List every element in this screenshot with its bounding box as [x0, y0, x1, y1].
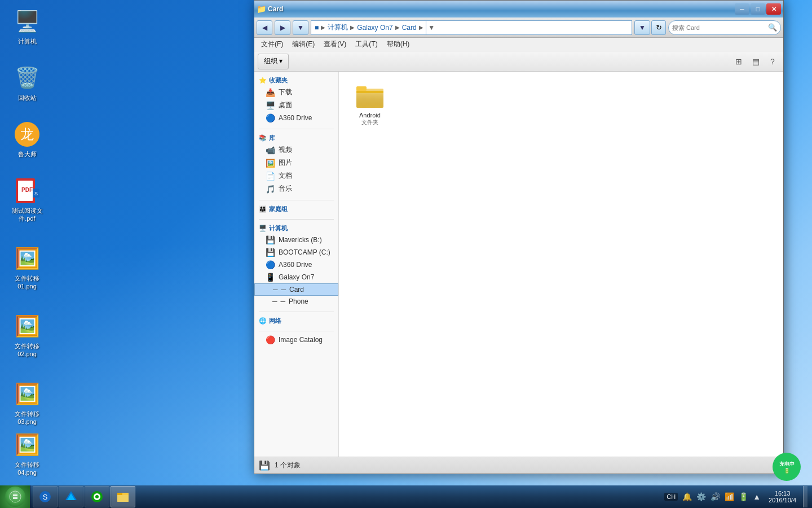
- imagecatalog-label: Image Catalog: [279, 336, 323, 344]
- system-tray-icon-3[interactable]: 🔊: [709, 492, 721, 501]
- sidebar-favorites-header[interactable]: ⭐ 收藏夹: [254, 74, 338, 86]
- computer-label: 计算机: [18, 37, 37, 45]
- system-clock[interactable]: 16:13 2016/10/4: [764, 490, 801, 503]
- show-desktop-button[interactable]: [803, 486, 807, 507]
- taskbar-app-explorer[interactable]: [111, 486, 135, 507]
- refresh-button[interactable]: ↻: [651, 20, 666, 35]
- close-button[interactable]: ✕: [766, 3, 781, 15]
- desktop: 🖥️ 计算机 🗑️ 回收站 龙 鲁大师 PDF S 测试阅读文件.pdf �: [0, 0, 812, 508]
- a360-icon: 🔵: [266, 113, 275, 122]
- sidebar-item-a360[interactable]: 🔵 A360 Drive: [254, 112, 338, 124]
- menu-tools[interactable]: 工具(T): [352, 38, 381, 50]
- search-input[interactable]: [672, 24, 766, 31]
- desktop-icon-computer[interactable]: 🖥️ 计算机: [5, 6, 50, 47]
- path-end-dropdown[interactable]: ▼: [426, 20, 437, 35]
- taskbar: S: [0, 485, 812, 508]
- help-button[interactable]: ?: [765, 54, 780, 69]
- desktop-icon-pdf[interactable]: PDF S 测试阅读文件.pdf: [5, 175, 50, 225]
- sidebar-item-docs[interactable]: 📄 文档: [254, 169, 338, 182]
- sidebar-item-video[interactable]: 📹 视频: [254, 143, 338, 156]
- path-computer[interactable]: 计算机: [328, 23, 348, 32]
- window-controls: ─ □ ✕: [735, 3, 781, 15]
- svg-rect-21: [117, 495, 129, 502]
- maximize-button[interactable]: □: [751, 3, 765, 15]
- svg-rect-20: [117, 493, 122, 495]
- desktop-icon-recycle[interactable]: 🗑️ 回收站: [5, 62, 50, 104]
- sidebar-homegroup-header[interactable]: 👨‍👩‍👧 家庭组: [254, 203, 338, 214]
- address-dropdown[interactable]: ▼: [634, 20, 650, 35]
- sidebar-item-download[interactable]: 📥 下载: [254, 86, 338, 99]
- menu-file[interactable]: 文件(F): [258, 38, 286, 50]
- menu-help[interactable]: 帮助(H): [383, 38, 413, 50]
- divider-4: [259, 312, 334, 312]
- taskbar-app-3d[interactable]: [59, 486, 83, 507]
- computer-nav-icon: 🖥️: [259, 225, 267, 232]
- sidebar-computer-header[interactable]: 🖥️ 计算机: [254, 222, 338, 234]
- path-arrow-3: ▶: [395, 24, 400, 30]
- view-grid-button[interactable]: ⊞: [731, 54, 746, 69]
- desktop-icon-ludashi[interactable]: 龙 鲁大师: [5, 119, 50, 160]
- address-path[interactable]: ■ ▶ 计算机 ▶ Galaxy On7 ▶ Card ▶ ▼: [311, 20, 632, 35]
- sidebar-network-header[interactable]: 🌐 网络: [254, 314, 338, 326]
- sidebar-homegroup-section: 👨‍👩‍👧 家庭组: [254, 203, 338, 214]
- sidebar-item-music[interactable]: 🎵 音乐: [254, 182, 338, 195]
- sidebar-item-mavericks[interactable]: 💾 Mavericks (B:): [254, 234, 338, 246]
- galaxy-icon: 📱: [266, 273, 275, 282]
- sidebar-item-imagecatalog[interactable]: 🔴 Image Catalog: [254, 334, 338, 346]
- img2-label: 文件转移02.png: [7, 342, 47, 358]
- menu-edit[interactable]: 编辑(E): [289, 38, 318, 50]
- toolbar: 组织 ▾ ⊞ ▤ ?: [254, 51, 783, 72]
- sidebar-computer-section: 🖥️ 计算机 💾 Mavericks (B:) 💾 BOOTCAMP (C:) …: [254, 222, 338, 307]
- favorites-star-icon: ⭐: [259, 77, 267, 84]
- file-android-name: Android: [359, 112, 381, 119]
- divider-3: [259, 219, 334, 220]
- sidebar-library-header[interactable]: 📚 库: [254, 132, 338, 143]
- path-card[interactable]: Card: [402, 24, 417, 32]
- path-arrow-2: ▶: [350, 24, 355, 30]
- taskbar-app-360[interactable]: [85, 486, 109, 507]
- desktop-icon-img2[interactable]: 🖼️ 文件转移02.png: [5, 310, 50, 361]
- system-tray-icon-2[interactable]: ⚙️: [695, 492, 707, 501]
- lang-indicator[interactable]: CH: [663, 493, 679, 501]
- dropdown-button[interactable]: ▼: [293, 20, 308, 35]
- path-galaxy[interactable]: Galaxy On7: [357, 24, 392, 32]
- desktop-icon-img4[interactable]: 🖼️ 文件转移04.png: [5, 429, 50, 479]
- video-label: 视频: [279, 145, 292, 155]
- menu-view[interactable]: 查看(V): [320, 38, 350, 50]
- view-pane-button[interactable]: ▤: [748, 54, 763, 69]
- sidebar-item-pictures[interactable]: 🖼️ 图片: [254, 156, 338, 169]
- minimize-button[interactable]: ─: [735, 3, 749, 15]
- folder-icon: [356, 82, 383, 110]
- sidebar-item-phone[interactable]: ─ ─ Phone: [254, 296, 338, 307]
- path-home-icon[interactable]: ■: [315, 24, 319, 32]
- sidebar-favorites-section: ⭐ 收藏夹 📥 下载 🖥️ 桌面 🔵 A360 Drive: [254, 74, 338, 124]
- sidebar-item-a360-computer[interactable]: 🔵 A360 Drive: [254, 259, 338, 271]
- battery-icon: 🔋: [784, 468, 790, 474]
- clock-time: 16:13: [775, 490, 791, 497]
- system-tray-icon-1[interactable]: 🔔: [681, 492, 693, 501]
- network-tray-icon[interactable]: 📶: [723, 492, 735, 501]
- battery-tray-icon[interactable]: 🔋: [738, 492, 749, 501]
- file-item-android[interactable]: Android 文件夹: [345, 77, 395, 132]
- video-icon: 📹: [266, 146, 275, 155]
- sidebar-item-desktop[interactable]: 🖥️ 桌面: [254, 99, 338, 112]
- ludashi-label: 鲁大师: [18, 150, 37, 158]
- desktop-icon-img1[interactable]: 🖼️ 文件转移01.png: [5, 243, 50, 293]
- search-box[interactable]: 🔍: [668, 20, 781, 35]
- computer-nav-label: 计算机: [269, 224, 288, 233]
- sidebar-item-bootcamp[interactable]: 💾 BOOTCAMP (C:): [254, 246, 338, 259]
- organize-button[interactable]: 组织 ▾: [258, 54, 289, 69]
- arrow-tray-icon[interactable]: ▲: [752, 492, 762, 501]
- sidebar-item-card[interactable]: ─ ─ Card: [254, 283, 338, 296]
- taskbar-right: CH 🔔 ⚙️ 🔊 📶 🔋 ▲ 16:13 2016/10/4: [663, 485, 812, 508]
- start-button[interactable]: [0, 485, 30, 508]
- back-button[interactable]: ◀: [257, 20, 272, 35]
- desktop-icon-img3[interactable]: 🖼️ 文件转移03.png: [5, 378, 50, 428]
- sidebar-item-galaxyon7[interactable]: 📱 Galaxy On7: [254, 271, 338, 283]
- taskbar-app-sogou[interactable]: S: [33, 486, 58, 507]
- sidebar: ⭐ 收藏夹 📥 下载 🖥️ 桌面 🔵 A360 Drive: [254, 72, 339, 457]
- window-title: Card: [268, 5, 732, 13]
- card-icon: ─: [273, 286, 278, 294]
- forward-button[interactable]: ▶: [275, 20, 290, 35]
- card-drive-icon: ─: [281, 286, 286, 294]
